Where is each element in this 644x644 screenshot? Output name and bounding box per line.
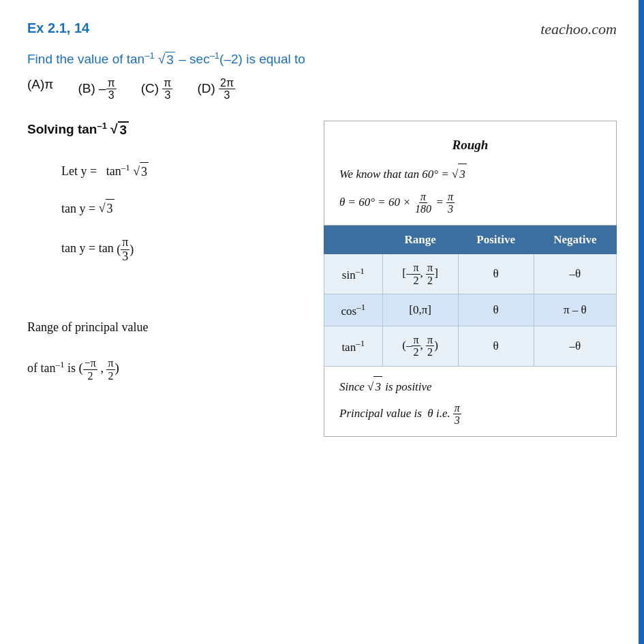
rough-box: Rough We know that tan 60° = √3 θ = 60° … bbox=[324, 121, 617, 226]
options-row: (A)π (B) –π3 (C) π3 (D) 2π3 bbox=[27, 77, 617, 102]
solving-title: Solving tan–1 √3 bbox=[27, 121, 310, 138]
option-c: (C) π3 bbox=[141, 77, 173, 102]
table-header-range: Range bbox=[382, 226, 458, 254]
range-table: Range Positive Negative sin–1 [–π2, π2] … bbox=[324, 226, 617, 367]
table-header-negative: Negative bbox=[534, 226, 616, 254]
table-header-func bbox=[324, 226, 383, 254]
table-cell-sin-range: [–π2, π2] bbox=[382, 254, 458, 294]
brand-logo: teachoo.com bbox=[540, 20, 617, 38]
table-cell-cos-negative: π – θ bbox=[534, 294, 616, 326]
table-cell-sin-positive: θ bbox=[458, 254, 534, 294]
rough-title: Rough bbox=[339, 134, 601, 157]
table-cell-cos-func: cos–1 bbox=[324, 294, 383, 326]
table-cell-cos-positive: θ bbox=[458, 294, 534, 326]
option-b: (B) –π3 bbox=[78, 77, 116, 102]
table-cell-sin-func: sin–1 bbox=[324, 254, 383, 294]
table-cell-tan-negative: –θ bbox=[534, 326, 616, 366]
rough-line1: We know that tan 60° = √3 bbox=[339, 164, 601, 185]
step-let-y: Let y = tan–1 √3 bbox=[61, 161, 310, 181]
left-column: Solving tan–1 √3 Let y = tan–1 √3 tan y … bbox=[27, 121, 324, 437]
option-d: (D) 2π3 bbox=[197, 77, 235, 102]
rough-line2: θ = 60° = 60 × π180 = π3 bbox=[339, 191, 601, 215]
option-a: (A)π bbox=[27, 77, 53, 102]
note-line1: Since √3 is positive bbox=[339, 376, 601, 398]
right-column: Rough We know that tan 60° = √3 θ = 60° … bbox=[324, 121, 617, 437]
table-cell-tan-func: tan–1 bbox=[324, 326, 383, 366]
table-header-positive: Positive bbox=[458, 226, 534, 254]
note-box: Since √3 is positive Principal value is … bbox=[324, 367, 617, 437]
table-row-tan: tan–1 (–π2, π2) θ –θ bbox=[324, 326, 617, 366]
step-tan-y: tan y = √3 bbox=[61, 199, 310, 218]
table-cell-sin-negative: –θ bbox=[534, 254, 616, 294]
range-note: Range of principal value of tan–1 is (−π… bbox=[27, 318, 310, 382]
step-tan-tan: tan y = tan (π3) bbox=[61, 236, 310, 264]
right-border-bar bbox=[639, 0, 644, 644]
table-row-sin: sin–1 [–π2, π2] θ –θ bbox=[324, 254, 617, 294]
table-cell-cos-range: [0,π] bbox=[382, 294, 458, 326]
table-row-cos: cos–1 [0,π] θ π – θ bbox=[324, 294, 617, 326]
exercise-title: Ex 2.1, 14 bbox=[27, 20, 89, 36]
note-line2: Principal value is θ i.e.π3 bbox=[339, 402, 601, 427]
table-cell-tan-positive: θ bbox=[458, 326, 534, 366]
question-text: Find the value of tan–1 √3 – sec–1(–2) i… bbox=[27, 50, 617, 67]
table-cell-tan-range: (–π2, π2) bbox=[382, 326, 458, 366]
